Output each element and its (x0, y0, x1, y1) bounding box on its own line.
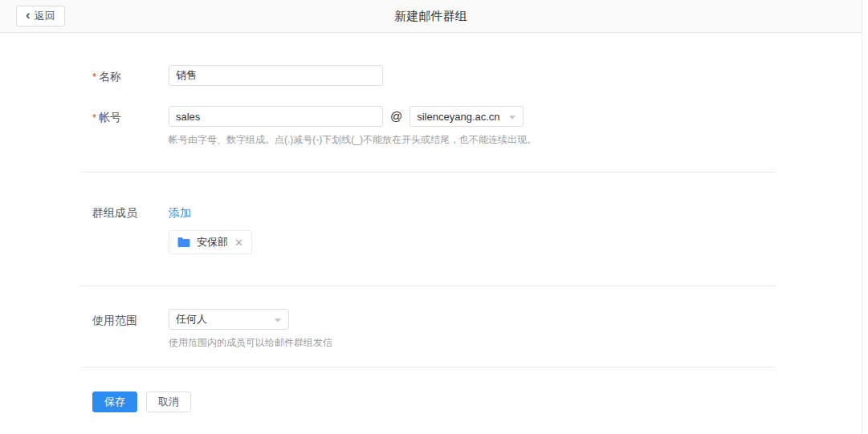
account-label-text: 帐号 (99, 111, 121, 124)
account-controls: @ silenceyang.ac.cn 帐号由字母、数字组成。点(.)减号(-)… (169, 106, 536, 147)
scope-label-text: 使用范围 (92, 314, 137, 327)
member-tag: 安保部 ✕ (169, 230, 252, 254)
account-input-group: @ silenceyang.ac.cn (169, 106, 536, 127)
name-input[interactable] (169, 65, 383, 86)
scope-row: 使用范围 任何人 使用范围内的成员可以给邮件群组发信 (92, 309, 862, 350)
scope-select[interactable]: 任何人 (169, 309, 289, 330)
member-tag-list: 安保部 ✕ (169, 221, 252, 254)
required-mark: * (92, 71, 96, 83)
domain-select[interactable]: silenceyang.ac.cn (410, 106, 524, 127)
section-divider (80, 172, 776, 172)
create-mail-group-page: ‹ 返回 新建邮件群组 *名称 *帐号 @ silenceyang.ac.cn (0, 0, 862, 434)
caret-down-icon (509, 116, 516, 120)
account-helper-text: 帐号由字母、数字组成。点(.)减号(-)下划线(_)不能放在开头或结尾，也不能连… (169, 133, 536, 147)
section-divider (80, 367, 776, 367)
account-row: *帐号 @ silenceyang.ac.cn 帐号由字母、数字组成。点(.)减… (92, 106, 862, 147)
scope-helper-text: 使用范围内的成员可以给邮件群组发信 (169, 336, 332, 350)
back-button-label: 返回 (35, 9, 55, 23)
members-label: 群组成员 (92, 201, 169, 221)
name-row: *名称 (92, 65, 862, 86)
chevron-left-icon: ‹ (26, 7, 31, 23)
form-actions: 保存 取消 (92, 391, 862, 412)
required-mark: * (92, 112, 96, 124)
members-label-text: 群组成员 (92, 206, 137, 219)
folder-icon (177, 237, 190, 248)
scope-label: 使用范围 (92, 309, 169, 328)
name-label-text: 名称 (99, 70, 121, 83)
members-controls: 添加 安保部 ✕ (169, 201, 252, 254)
member-tag-name: 安保部 (197, 235, 228, 249)
page-title: 新建邮件群组 (395, 9, 467, 24)
name-label: *名称 (92, 65, 169, 84)
members-row: 群组成员 添加 安保部 ✕ (92, 201, 862, 254)
scope-controls: 任何人 使用范围内的成员可以给邮件群组发信 (169, 309, 332, 350)
account-label: *帐号 (92, 106, 169, 125)
remove-member-icon[interactable]: ✕ (234, 237, 243, 248)
cancel-button[interactable]: 取消 (146, 391, 191, 412)
back-button[interactable]: ‹ 返回 (16, 6, 65, 26)
at-symbol: @ (390, 106, 402, 127)
scope-selected-value: 任何人 (176, 312, 207, 327)
account-input[interactable] (169, 106, 383, 127)
section-divider (80, 286, 776, 286)
save-button[interactable]: 保存 (92, 391, 137, 412)
add-member-link[interactable]: 添加 (169, 201, 191, 221)
domain-selected-value: silenceyang.ac.cn (417, 111, 499, 123)
topbar: ‹ 返回 新建邮件群组 (0, 0, 862, 33)
mail-group-form: *名称 *帐号 @ silenceyang.ac.cn 帐号由字母、数字组成。点… (0, 33, 862, 412)
caret-down-icon (275, 318, 281, 322)
